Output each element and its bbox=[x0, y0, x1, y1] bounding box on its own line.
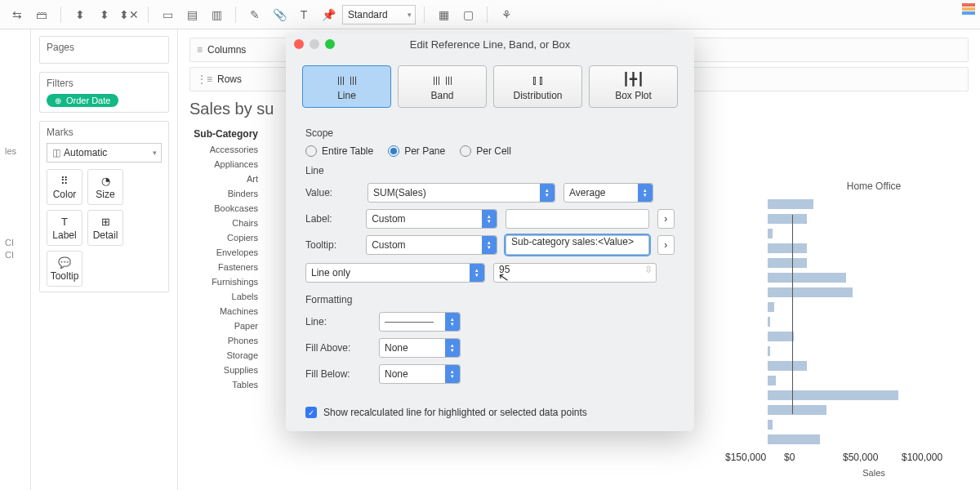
filters-shelf[interactable]: Filters Order Date bbox=[39, 72, 169, 113]
mark-type-dropdown[interactable]: Automatic bbox=[47, 143, 162, 163]
recalc-checkbox[interactable]: ✓ bbox=[305, 407, 317, 418]
group-icon[interactable]: ▭ bbox=[157, 4, 178, 25]
label-dropdown[interactable]: Custom bbox=[366, 209, 497, 229]
label-button[interactable]: TLabel bbox=[47, 210, 82, 246]
tooltip-insert-button[interactable]: › bbox=[657, 235, 675, 255]
label-input[interactable] bbox=[506, 209, 648, 229]
subcategory-label[interactable]: Storage bbox=[189, 348, 265, 363]
swap-icon[interactable]: ⇆ bbox=[7, 4, 28, 25]
sort-asc-icon[interactable]: ⬍ bbox=[69, 4, 91, 25]
bar[interactable] bbox=[768, 199, 813, 209]
subcategory-label[interactable]: Accessories bbox=[189, 142, 265, 157]
bar[interactable] bbox=[768, 420, 773, 430]
bar[interactable] bbox=[768, 214, 807, 224]
show-me-button[interactable] bbox=[962, 3, 975, 16]
subcategory-label[interactable]: Furnishings bbox=[189, 274, 265, 289]
bar[interactable] bbox=[768, 405, 826, 415]
bar[interactable] bbox=[768, 258, 807, 268]
tab-line[interactable]: ⫼⫼Line bbox=[302, 65, 391, 108]
subcategory-label[interactable]: Fasteners bbox=[189, 260, 265, 274]
bar[interactable] bbox=[768, 229, 773, 238]
tab-distribution[interactable]: ⫿⫿Distribution bbox=[493, 65, 582, 108]
recalc-label: Show recalculated line for highlighted o… bbox=[323, 407, 587, 418]
presentation-icon[interactable]: ▢ bbox=[457, 4, 479, 25]
subcategory-label[interactable]: Tables bbox=[189, 377, 265, 392]
subcategory-label[interactable]: Appliances bbox=[189, 157, 265, 172]
bar[interactable] bbox=[768, 287, 853, 297]
sort-desc-icon[interactable]: ⬍ bbox=[94, 4, 115, 25]
detail-button[interactable]: ⊞Detail bbox=[87, 210, 123, 246]
subcategory-label[interactable]: Phones bbox=[189, 333, 265, 348]
subcategory-header: Sub-Category bbox=[189, 128, 265, 140]
tab-box-plot[interactable]: ┃╋┃Box Plot bbox=[589, 65, 678, 108]
text-icon[interactable]: T bbox=[293, 4, 314, 25]
bar[interactable] bbox=[768, 346, 770, 356]
data-source-icon[interactable]: 🗃 bbox=[31, 4, 52, 25]
subcategory-label[interactable]: Art bbox=[189, 172, 265, 186]
subcategory-label[interactable]: Copiers bbox=[189, 230, 265, 245]
confidence-input[interactable]: 95⇳ bbox=[493, 263, 657, 283]
edit-reference-line-dialog: Edit Reference Line, Band, or Box ⫼⫼Line… bbox=[286, 33, 694, 431]
chart-pane-home-office: Home Office $150,000 $0 $50,000 $100,000… bbox=[768, 180, 980, 478]
data-pane-truncated: les CI CI bbox=[0, 29, 31, 490]
bar[interactable] bbox=[768, 273, 846, 283]
formatting-heading: Formatting bbox=[305, 294, 675, 305]
share-icon[interactable]: ⚘ bbox=[496, 4, 517, 25]
bar[interactable] bbox=[768, 332, 794, 341]
radio-per-pane[interactable]: Per Pane bbox=[388, 145, 445, 157]
value-dropdown[interactable]: SUM(Sales) bbox=[368, 183, 555, 203]
bar[interactable] bbox=[768, 376, 776, 385]
highlighter-icon[interactable]: ✎ bbox=[244, 4, 265, 25]
clear-sort-icon[interactable]: ⬍✕ bbox=[118, 4, 140, 25]
scope-heading: Scope bbox=[305, 127, 675, 139]
bar[interactable] bbox=[768, 243, 807, 253]
size-button[interactable]: ◔Size bbox=[87, 169, 123, 205]
label-insert-button[interactable]: › bbox=[657, 209, 675, 229]
marks-card: Marks Automatic ⠿Color ◔Size TLabel ⊞Det… bbox=[39, 121, 169, 292]
subcategory-label[interactable]: Machines bbox=[189, 304, 265, 318]
dialog-title: Edit Reference Line, Band, or Box bbox=[286, 38, 694, 51]
line-heading: Line bbox=[305, 165, 675, 176]
tab-band[interactable]: ⫼⫼Band bbox=[398, 65, 487, 108]
bar[interactable] bbox=[768, 390, 898, 400]
pin-icon[interactable]: 📌 bbox=[318, 4, 339, 25]
fill-above-dropdown[interactable]: None bbox=[379, 338, 461, 358]
attachment-icon[interactable]: 📎 bbox=[269, 4, 290, 25]
bar[interactable] bbox=[768, 302, 774, 312]
tooltip-input[interactable]: Sub-category sales:<Value> bbox=[506, 235, 648, 255]
show-me-icon[interactable]: ▦ bbox=[433, 4, 454, 25]
totals-icon[interactable]: ▤ bbox=[181, 4, 203, 25]
color-button[interactable]: ⠿Color bbox=[47, 169, 82, 205]
subcategory-label[interactable]: Supplies bbox=[189, 363, 265, 377]
tooltip-button[interactable]: 💬Tooltip bbox=[47, 251, 82, 287]
filter-pill-order-date[interactable]: Order Date bbox=[47, 94, 118, 107]
subcategory-label[interactable]: Paper bbox=[189, 318, 265, 333]
bar[interactable] bbox=[768, 434, 820, 444]
subcategory-label[interactable]: Binders bbox=[189, 186, 265, 201]
radio-per-cell[interactable]: Per Cell bbox=[460, 145, 511, 157]
subcategory-label[interactable]: Bookcases bbox=[189, 201, 265, 216]
subcategory-label[interactable]: Chairs bbox=[189, 216, 265, 230]
line-only-dropdown[interactable]: Line only bbox=[305, 263, 485, 283]
subcategory-label[interactable]: Envelopes bbox=[189, 245, 265, 260]
aggregation-dropdown[interactable]: Average bbox=[564, 183, 653, 203]
reference-line bbox=[792, 215, 793, 414]
main-toolbar: ⇆ 🗃 ⬍ ⬍ ⬍✕ ▭ ▤ ▥ ✎ 📎 T 📌 Standard ▦ ▢ ⚘ bbox=[0, 0, 980, 29]
pages-shelf[interactable]: Pages bbox=[39, 36, 169, 64]
fit-dropdown[interactable]: Standard bbox=[342, 5, 416, 24]
tooltip-dropdown[interactable]: Custom bbox=[366, 235, 497, 255]
fill-below-dropdown[interactable]: None bbox=[379, 364, 461, 384]
bar[interactable] bbox=[768, 361, 807, 371]
radio-entire-table[interactable]: Entire Table bbox=[305, 145, 373, 157]
subcategory-label[interactable]: Labels bbox=[189, 289, 265, 304]
line-style-dropdown[interactable] bbox=[379, 312, 461, 332]
totals-rows-icon[interactable]: ▥ bbox=[206, 4, 227, 25]
bar[interactable] bbox=[768, 317, 770, 327]
